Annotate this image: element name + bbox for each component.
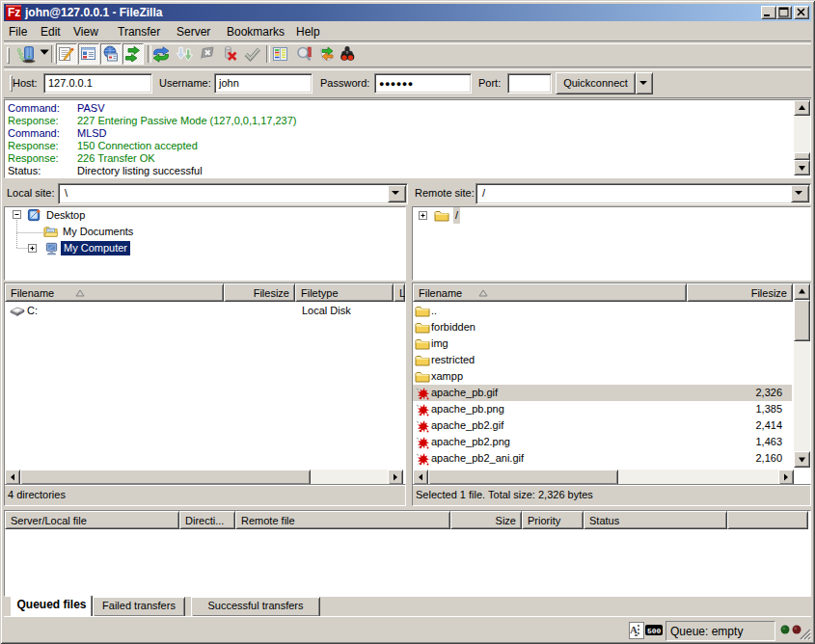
svg-text:500: 500: [647, 627, 662, 635]
svg-text:Fz: Fz: [8, 6, 20, 19]
svg-text:A: A: [630, 624, 638, 635]
